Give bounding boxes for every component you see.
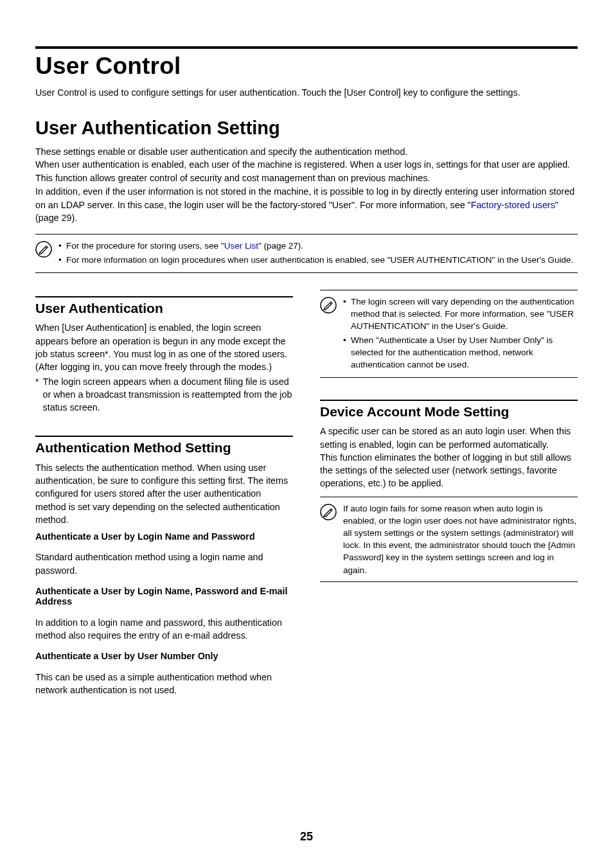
section-body: These settings enable or disable user au… bbox=[35, 145, 578, 225]
right-note1-list: The login screen will vary depending on … bbox=[343, 296, 578, 372]
svg-line-5 bbox=[330, 509, 332, 511]
user-authentication-footnote: * The login screen appears when a docume… bbox=[35, 375, 293, 414]
sub-rule-2 bbox=[35, 436, 293, 437]
note1-before: For the procedure for storing users, see… bbox=[66, 241, 224, 251]
top-note-box: For the procedure for storing users, see… bbox=[35, 234, 578, 273]
device-account-p1: A specific user can be stored as an auto… bbox=[320, 425, 578, 451]
left-column: User Authentication When [User Authentic… bbox=[35, 290, 293, 706]
top-note-item-2: For more information on login procedures… bbox=[58, 254, 573, 267]
auth-method-paragraph: This selects the authentication method. … bbox=[35, 461, 293, 526]
method1-title: Authenticate a User by Login Name and Pa… bbox=[35, 531, 293, 542]
auth-method-body: This selects the authentication method. … bbox=[35, 461, 293, 526]
method3-title: Authenticate a User by User Number Only bbox=[35, 651, 293, 661]
factory-stored-users-link[interactable]: Factory-stored users bbox=[471, 200, 555, 210]
sub-rule-1 bbox=[35, 296, 293, 297]
method1-body: Standard authentication method using a l… bbox=[35, 551, 293, 577]
user-list-link[interactable]: User List bbox=[224, 241, 258, 251]
note1-after: " (page 27). bbox=[258, 241, 303, 251]
right-note2-text: If auto login fails for some reason when… bbox=[343, 502, 578, 576]
right-note-box-2: If auto login fails for some reason when… bbox=[320, 497, 578, 582]
pencil-note-icon bbox=[35, 241, 52, 258]
top-note-item-1: For the procedure for storing users, see… bbox=[58, 240, 573, 252]
footnote-asterisk: * bbox=[35, 375, 39, 414]
footnote-text: The login screen appears when a document… bbox=[43, 375, 293, 414]
section-p3: In addition, even if the user informatio… bbox=[35, 185, 578, 225]
page-number: 25 bbox=[0, 830, 613, 844]
sub-rule-3 bbox=[320, 400, 578, 401]
method2-title: Authenticate a User by Login Name, Passw… bbox=[35, 586, 293, 607]
device-account-p2: This function eliminates the bother of l… bbox=[320, 451, 578, 490]
pencil-note-icon bbox=[320, 504, 337, 520]
right-column: The login screen will vary depending on … bbox=[320, 290, 578, 706]
user-authentication-body: When [User Authentication] is enabled, t… bbox=[35, 321, 293, 373]
method3-body: This can be used as a simple authenticat… bbox=[35, 671, 293, 697]
pencil-note-icon bbox=[320, 297, 337, 314]
device-account-heading: Device Account Mode Setting bbox=[320, 403, 578, 420]
svg-point-2 bbox=[321, 297, 336, 313]
svg-line-3 bbox=[330, 303, 332, 305]
chapter-rule bbox=[35, 46, 578, 49]
svg-line-1 bbox=[46, 247, 47, 249]
svg-point-4 bbox=[321, 504, 336, 520]
section-p1: These settings enable or disable user au… bbox=[35, 145, 578, 159]
top-note-list: For the procedure for storing users, see… bbox=[58, 240, 573, 267]
svg-point-0 bbox=[36, 242, 51, 257]
chapter-title: User Control bbox=[35, 53, 578, 80]
section-p2: When user authentication is enabled, eac… bbox=[35, 158, 578, 184]
right-note-box-1: The login screen will vary depending on … bbox=[320, 290, 578, 378]
section-title: User Authentication Setting bbox=[35, 118, 578, 139]
right-note1-item2: When "Authenticate a User by User Number… bbox=[343, 334, 578, 371]
method2-body: In addition to a login name and password… bbox=[35, 616, 293, 642]
user-authentication-paragraph: When [User Authentication] is enabled, t… bbox=[35, 321, 293, 373]
chapter-intro: User Control is used to configure settin… bbox=[35, 86, 578, 100]
right-note1-item1: The login screen will vary depending on … bbox=[343, 296, 578, 332]
auth-method-heading: Authentication Method Setting bbox=[35, 439, 293, 456]
device-account-body: A specific user can be stored as an auto… bbox=[320, 425, 578, 490]
user-authentication-heading: User Authentication bbox=[35, 300, 293, 316]
